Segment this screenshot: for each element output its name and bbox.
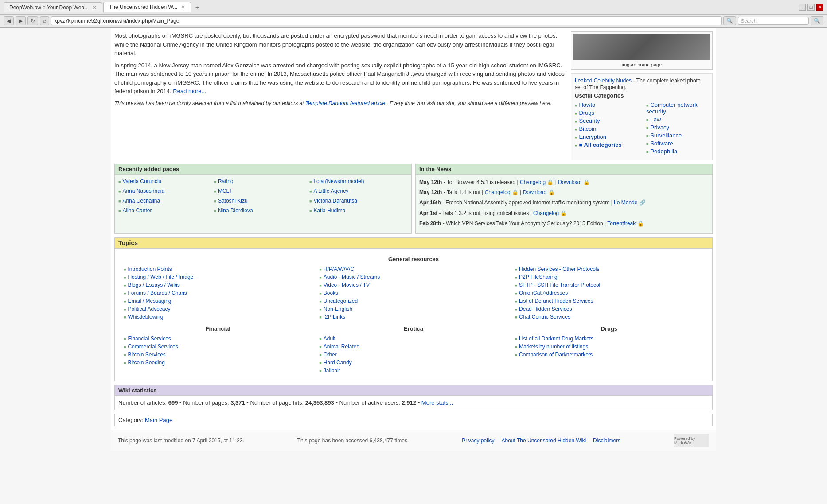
- new-tab-button[interactable]: +: [192, 2, 203, 12]
- category-label: Category:: [118, 417, 145, 423]
- topic-financial-services[interactable]: Financial Services: [128, 336, 171, 342]
- topic-p2p[interactable]: P2P FileSharing: [519, 274, 558, 280]
- topic-markets-listings[interactable]: Markets by number of listings: [519, 344, 588, 350]
- footer-privacy[interactable]: Privacy policy: [462, 438, 494, 444]
- search-submit[interactable]: 🔍: [811, 16, 823, 25]
- topic-hosting[interactable]: Hosting / Web / File / Image: [128, 274, 193, 280]
- topic-comparison[interactable]: Comparison of Darknetmarkets: [519, 352, 593, 358]
- news-download-2[interactable]: Download: [523, 189, 546, 195]
- topic-hidden-other[interactable]: Hidden Services - Other Protocols: [519, 266, 599, 272]
- template-link[interactable]: Template:Random featured article: [305, 100, 385, 106]
- back-button[interactable]: ◀: [4, 16, 14, 25]
- topic-chat[interactable]: Chat Centric Services: [519, 314, 570, 320]
- window-controls: — □ ✕: [799, 4, 823, 11]
- footer-disclaimers[interactable]: Disclaimers: [593, 438, 620, 444]
- address-text: kpvz7kpmcmne52qf.onion/wiki/index.php/Ma…: [54, 18, 179, 24]
- cat-law[interactable]: Law: [650, 116, 661, 123]
- read-more-link[interactable]: Read more...: [173, 88, 206, 94]
- topic-political[interactable]: Political Advocacy: [128, 306, 170, 312]
- more-stats-link[interactable]: More stats...: [421, 399, 453, 406]
- wiki-stats-header: Wiki statistics: [115, 385, 712, 396]
- topic-email[interactable]: Email / Messaging: [128, 298, 171, 304]
- topic-whistleblowing[interactable]: Whistleblowing: [128, 314, 163, 320]
- tab-uncensored-close[interactable]: ✕: [181, 4, 185, 10]
- topic-bitcoin-services[interactable]: Bitcoin Services: [128, 352, 165, 358]
- cat-col-2: Computer network security Law Privacy Su…: [646, 102, 709, 156]
- erotica-label: Erotica: [319, 325, 507, 332]
- ra-satoshi: Satoshi Kizu: [214, 198, 307, 204]
- cat-surveillance[interactable]: Surveillance: [650, 132, 682, 139]
- wiki-stats: Wiki statistics Number of articles: 699 …: [114, 385, 713, 410]
- minimize-button[interactable]: —: [799, 4, 806, 11]
- topic-hard-candy[interactable]: Hard Candy: [324, 359, 352, 366]
- news-torrentfreak[interactable]: Torrentfreak: [607, 220, 636, 227]
- maximize-button[interactable]: □: [807, 4, 815, 11]
- leaked-celeb-link[interactable]: Leaked Celebrity Nudes: [575, 78, 632, 84]
- topic-uncategorized[interactable]: Uncategorized: [324, 298, 358, 304]
- search-bar[interactable]: Search: [738, 17, 809, 25]
- search-placeholder: Search: [741, 18, 757, 23]
- address-bar[interactable]: kpvz7kpmcmne52qf.onion/wiki/index.php/Ma…: [51, 16, 722, 25]
- cat-encryption[interactable]: Encryption: [579, 133, 606, 140]
- topic-nonenglish[interactable]: Non-English: [324, 306, 352, 312]
- topic-bitcoin-seeding[interactable]: Bitcoin Seeding: [128, 359, 164, 366]
- topic-defunct[interactable]: List of Defunct Hidden Services: [519, 298, 593, 304]
- cat-computer-network[interactable]: Computer network security: [646, 102, 698, 115]
- tab-deepweb[interactable]: DeepWeb.pw :: Your Deep Web... ✕: [4, 2, 102, 12]
- topic-video[interactable]: Video - Movies / TV: [324, 282, 370, 288]
- topic-drug-markets[interactable]: List of all Darknet Drug Markets: [519, 336, 593, 342]
- tab-uncensored[interactable]: The Uncensored Hidden W... ✕: [103, 2, 191, 12]
- category-link[interactable]: Main Page: [145, 417, 172, 423]
- footer-logo: Powered by MediaWiki: [674, 434, 709, 447]
- cat-bitcoin[interactable]: Bitcoin: [579, 125, 596, 132]
- article-para2: In spring 2014, a New Jersey man named A…: [114, 61, 567, 96]
- topic-intro-points[interactable]: Introduction Points: [128, 266, 172, 272]
- search-go-button[interactable]: 🔍: [723, 16, 736, 25]
- close-button[interactable]: ✕: [816, 4, 823, 11]
- topic-forums[interactable]: Forums / Boards / Chans: [128, 290, 187, 296]
- useful-categories-title: Useful Categories: [575, 92, 709, 99]
- ra-mclt: MCLT: [214, 188, 307, 194]
- news-lemonde[interactable]: Le Monde: [614, 199, 637, 206]
- topic-jailbait[interactable]: Jailbait: [324, 367, 340, 374]
- cat-security[interactable]: Security: [579, 117, 600, 124]
- forward-button[interactable]: ▶: [16, 16, 26, 25]
- ra-lola: Lola (Newstar model): [309, 178, 403, 184]
- topic-commercial[interactable]: Commercial Services: [128, 344, 178, 350]
- topic-audio[interactable]: Audio - Music / Streams: [324, 274, 380, 280]
- topics-col-services: Hidden Services - Other Protocols P2P Fi…: [511, 266, 707, 322]
- topic-sftp[interactable]: SFTP - SSH File Transfer Protocol: [519, 282, 600, 288]
- topic-onioncat[interactable]: OnionCat Addresses: [519, 290, 568, 296]
- pages-label: • Number of pages:: [178, 399, 230, 406]
- topic-books[interactable]: Books: [324, 290, 338, 296]
- news-changelog-1[interactable]: Changelog: [520, 179, 546, 185]
- topic-dead[interactable]: Dead Hidden Services: [519, 306, 572, 312]
- topic-animal[interactable]: Animal Related: [324, 344, 359, 350]
- cat-allcategories[interactable]: ■ All categories: [579, 141, 621, 148]
- topics-col-media: H/P/A/W/V/C Audio - Music / Streams Vide…: [316, 266, 511, 322]
- articles-value: 699: [168, 399, 178, 406]
- topic-other[interactable]: Other: [324, 352, 337, 358]
- news-download-1[interactable]: Download: [558, 179, 581, 185]
- cat-pedophilia[interactable]: Pedophilia: [650, 148, 677, 155]
- tab-deepweb-close[interactable]: ✕: [92, 4, 97, 11]
- topic-i2p[interactable]: I2P Links: [324, 314, 345, 320]
- cat-software[interactable]: Software: [650, 140, 673, 147]
- browser-chrome: DeepWeb.pw :: Your Deep Web... ✕ The Unc…: [0, 0, 827, 28]
- refresh-button[interactable]: ↻: [27, 16, 38, 25]
- cat-privacy[interactable]: Privacy: [650, 124, 669, 131]
- news-changelog-3[interactable]: Changelog: [533, 210, 559, 216]
- topic-blogs[interactable]: Blogs / Essays / Wikis: [128, 282, 179, 288]
- home-button[interactable]: ⌂: [40, 16, 49, 25]
- cat-drugs[interactable]: Drugs: [579, 109, 594, 116]
- news-changelog-2[interactable]: Changelog: [485, 189, 511, 195]
- footer-accessed: This page has been accessed 6,438,477 ti…: [297, 438, 409, 444]
- ra-anna-c: Anna Cechalina: [118, 198, 212, 204]
- news-item-4: Apr 1st - Tails 1.3.2 is out, fixing cri…: [419, 209, 709, 218]
- footer-about[interactable]: About The Uncensored Hidden Wiki: [502, 438, 586, 444]
- financial-label: Financial: [124, 325, 312, 332]
- topic-adult[interactable]: Adult: [324, 336, 335, 342]
- page-footer: This page was last modified on 7 April 2…: [111, 430, 716, 451]
- topic-hpawvc[interactable]: H/P/A/W/V/C: [324, 266, 354, 272]
- cat-howto[interactable]: Howto: [579, 102, 595, 108]
